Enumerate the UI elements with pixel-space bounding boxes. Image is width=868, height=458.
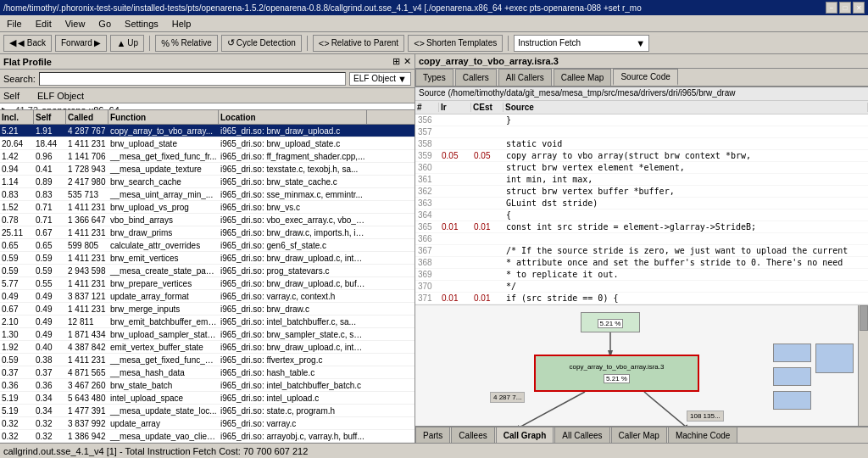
forward-button[interactable]: Forward ▶: [55, 35, 107, 52]
relative-button[interactable]: % % Relative: [155, 35, 218, 52]
resize-icon[interactable]: ⊞: [392, 56, 400, 67]
bottom-tab-callees[interactable]: Callees: [451, 427, 494, 443]
func-row-4[interactable]: 1.14 0.89 2 417 980 brw_search_cache i96…: [0, 176, 415, 188]
source-row-0[interactable]: 356 }: [415, 114, 868, 126]
tab-callee-map[interactable]: Callee Map: [554, 69, 612, 86]
menu-view[interactable]: View: [62, 18, 89, 30]
source-row-13[interactable]: 369 * to replicate it out.: [415, 269, 868, 281]
src-num: 368: [415, 258, 439, 267]
bottom-tab-caller-map[interactable]: Caller Map: [611, 427, 667, 443]
tab-callers[interactable]: Callers: [455, 69, 497, 86]
graph-node-r3[interactable]: [773, 391, 811, 410]
source-row-6[interactable]: 362 struct brw_vertex_buffer *buffer,: [415, 186, 868, 198]
func-cell-func: brw_prepare_vertices: [108, 279, 219, 288]
func-cell-incl: 0.59: [0, 266, 34, 276]
bottom-tab-all-callees[interactable]: All Callees: [554, 427, 609, 443]
source-row-15[interactable]: 371 0.01 0.01 if (src_stride == 0) {: [415, 293, 868, 304]
func-row-2[interactable]: 1.42 0.96 1 141 706 __mesa_get_fixed_fun…: [0, 150, 415, 163]
graph-node-main[interactable]: copy_array_to_vbo_array.isra.3 5.21 %: [534, 355, 699, 392]
func-row-15[interactable]: 2.10 0.49 12 811 brw_emit_batchbuffer_em…: [0, 316, 415, 328]
func-row-13[interactable]: 0.49 0.49 3 837 121 update_array_format …: [0, 290, 415, 303]
func-row-11[interactable]: 0.59 0.59 2 943 598 __mesa_create_state_…: [0, 265, 415, 277]
back-button[interactable]: ◀ ◀ Back: [3, 35, 52, 52]
graph-node-r2[interactable]: [773, 367, 811, 386]
self-col-header: Self: [3, 91, 31, 101]
func-row-0[interactable]: 5.21 1.91 4 287 767 copy_array_to_vbo_ar…: [0, 125, 415, 137]
func-row-3[interactable]: 0.94 0.41 1 728 943 __mesa_update_textur…: [0, 163, 415, 176]
func-row-18[interactable]: 0.59 0.38 1 411 231 __mesa_get_fixed_fun…: [0, 354, 415, 366]
tab-all-callers[interactable]: All Callers: [498, 69, 552, 86]
source-row-14[interactable]: 370 */: [415, 281, 868, 293]
relative-parent-label: Relative to Parent: [331, 38, 399, 47]
src-code: struct brw_vertex_buffer *buffer,: [504, 187, 868, 196]
source-col: Source: [504, 103, 868, 112]
func-row-6[interactable]: 1.52 0.71 1 411 231 brw_upload_vs_prog i…: [0, 201, 415, 214]
func-cell-self: 0.59: [34, 266, 66, 276]
menu-help[interactable]: Help: [169, 18, 195, 30]
graph-scrollbar-thumb[interactable]: [860, 305, 868, 331]
func-row-22[interactable]: 5.19 0.34 1 477 391 __mesa_update_state_…: [0, 405, 415, 417]
func-row-1[interactable]: 20.64 18.44 1 411 231 brw_upload_state i…: [0, 137, 415, 150]
bottom-tab-machine-code[interactable]: Machine Code: [668, 427, 737, 443]
menu-settings[interactable]: Settings: [121, 18, 162, 30]
func-row-21[interactable]: 5.19 0.34 5 643 480 intel_upload_space i…: [0, 392, 415, 405]
menu-go[interactable]: Go: [95, 18, 114, 30]
func-row-10[interactable]: 0.59 0.59 1 411 231 brw_emit_vertices i9…: [0, 252, 415, 265]
func-cell-incl: 2.10: [0, 317, 34, 327]
elf-dropdown[interactable]: ELF Object ▼: [349, 72, 411, 86]
func-row-7[interactable]: 0.78 0.71 1 366 647 vbo_bind_arrays i965…: [0, 214, 415, 226]
search-input[interactable]: [39, 72, 346, 86]
source-row-11[interactable]: 367 /* If the source stride is zero, we …: [415, 245, 868, 257]
source-row-10[interactable]: 366: [415, 233, 868, 245]
func-row-12[interactable]: 5.77 0.55 1 411 231 brw_prepare_vertices…: [0, 277, 415, 290]
relative-parent-button[interactable]: <> Relative to Parent: [313, 35, 404, 52]
func-row-14[interactable]: 0.67 0.49 1 411 231 brw_merge_inputs i96…: [0, 303, 415, 316]
func-row-24[interactable]: 0.32 0.32 1 386 942 __mesa_update_vao_cl…: [0, 430, 415, 443]
source-row-3[interactable]: 359 0.05 0.05 copy_array_to_vbo_array(st…: [415, 150, 868, 162]
func-row-19[interactable]: 0.37 0.37 4 871 565 __mesa_hash_data i96…: [0, 366, 415, 379]
func-row-9[interactable]: 0.65 0.65 599 805 calculate_attr_overrid…: [0, 239, 415, 252]
source-row-4[interactable]: 360 struct brw_vertex_element *element,: [415, 162, 868, 174]
func-cell-self: 0.96: [34, 152, 66, 161]
maximize-button[interactable]: □: [839, 2, 851, 14]
graph-node-r4[interactable]: [815, 344, 854, 373]
source-row-9[interactable]: 365 0.01 0.01 const int src_stride = ele…: [415, 221, 868, 233]
func-cell-called: 1 411 231: [66, 304, 108, 314]
bottom-tab-call-graph[interactable]: Call Graph: [496, 427, 554, 443]
graph-node-r1[interactable]: [773, 344, 811, 362]
source-row-12[interactable]: 368 * attribute once and set the buffer'…: [415, 257, 868, 269]
close-pane-icon[interactable]: ✕: [403, 56, 411, 67]
event-dropdown[interactable]: Instruction Fetch ▼: [514, 35, 649, 52]
shorten-button[interactable]: <> Shorten Templates: [408, 35, 503, 52]
func-cell-called: 1 871 434: [66, 330, 108, 339]
cycle-button[interactable]: ↺ Cycle Detection: [221, 35, 302, 52]
minimize-button[interactable]: −: [826, 2, 837, 14]
func-row-23[interactable]: 0.32 0.32 3 837 992 update_array i965_dr…: [0, 417, 415, 430]
func-row-8[interactable]: 25.11 0.67 1 411 231 brw_draw_prims i965…: [0, 226, 415, 239]
func-row-20[interactable]: 0.36 0.36 3 467 260 brw_state_batch i965…: [0, 379, 415, 392]
graph-scrollbar[interactable]: [858, 305, 868, 426]
func-row-16[interactable]: 1.30 0.49 1 871 434 brw_upload_sampler_s…: [0, 328, 415, 341]
source-row-2[interactable]: 358 static void: [415, 138, 868, 150]
func-row-17[interactable]: 1.92 0.40 4 387 842 emit_vertex_buffer_s…: [0, 341, 415, 354]
close-button[interactable]: ✕: [853, 2, 865, 14]
graph-node-top[interactable]: 5.21 %: [581, 312, 640, 332]
bottom-tab-parts[interactable]: Parts: [415, 427, 450, 443]
up-button[interactable]: ▲ Up: [110, 35, 144, 52]
source-row-7[interactable]: 363 GLuint dst_stride): [415, 198, 868, 209]
separator2: [307, 36, 308, 51]
menu-file[interactable]: File: [3, 18, 25, 30]
func-cell-incl: 25.11: [0, 228, 34, 237]
graph-canvas: 5.21 % copy_array_to_vbo_array.isra.3 5.…: [415, 305, 868, 426]
func-cell-self: 0.36: [34, 381, 66, 390]
source-row-5[interactable]: 361 int min, int max,: [415, 174, 868, 186]
func-row-5[interactable]: 0.83 0.83 535 713 __mesa_uint_array_min_…: [0, 188, 415, 201]
tab-types[interactable]: Types: [415, 69, 453, 86]
tab-source-code[interactable]: Source Code: [613, 69, 677, 86]
menu-edit[interactable]: Edit: [32, 18, 55, 30]
tree-item-openarena[interactable]: ▶ 41.73 openarena.x86_64: [0, 103, 415, 109]
func-cell-func: update_array: [108, 419, 219, 428]
source-row-8[interactable]: 364 {: [415, 209, 868, 221]
func-cell-func: brw_draw_prims: [108, 228, 219, 237]
source-row-1[interactable]: 357: [415, 126, 868, 138]
